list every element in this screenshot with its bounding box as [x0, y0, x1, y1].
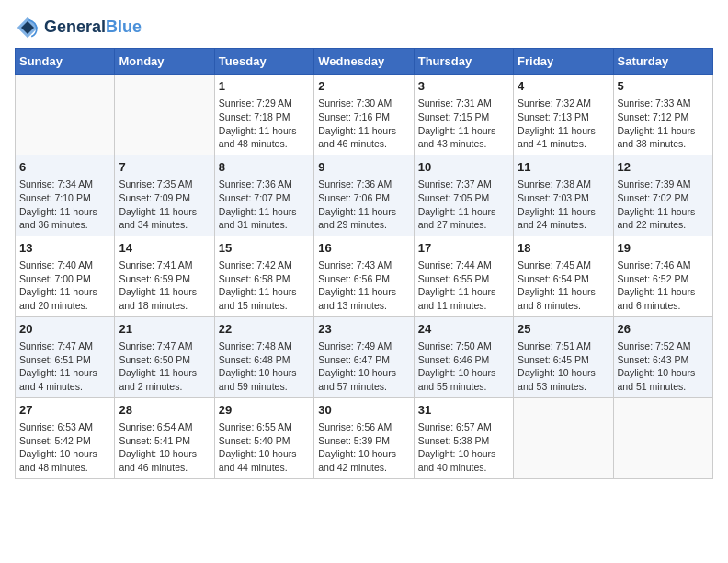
day-number: 24: [418, 321, 509, 338]
calendar-cell: 31Sunrise: 6:57 AMSunset: 5:38 PMDayligh…: [414, 397, 513, 478]
calendar-cell: 19Sunrise: 7:46 AMSunset: 6:52 PMDayligh…: [613, 236, 712, 316]
calendar-cell: 20Sunrise: 7:47 AMSunset: 6:51 PMDayligh…: [16, 316, 115, 397]
day-number: 8: [219, 159, 310, 176]
day-info: Sunset: 7:03 PM: [518, 191, 609, 205]
day-number: 12: [618, 159, 709, 176]
calendar-cell: 23Sunrise: 7:49 AMSunset: 6:47 PMDayligh…: [314, 316, 414, 397]
day-info: Daylight: 11 hours and 31 minutes.: [219, 205, 310, 232]
day-info: Daylight: 11 hours and 13 minutes.: [318, 285, 409, 312]
day-number: 15: [219, 240, 310, 257]
calendar-week-row: 1Sunrise: 7:29 AMSunset: 7:18 PMDaylight…: [16, 75, 713, 155]
day-info: Sunset: 7:18 PM: [219, 110, 310, 124]
day-number: 20: [19, 321, 110, 338]
day-number: 25: [518, 321, 609, 338]
day-number: 29: [219, 402, 310, 419]
calendar-cell: 30Sunrise: 6:56 AMSunset: 5:39 PMDayligh…: [314, 397, 414, 478]
day-number: 5: [618, 78, 709, 95]
day-info: Daylight: 11 hours and 18 minutes.: [119, 285, 210, 312]
header-friday: Friday: [514, 49, 613, 75]
day-info: Sunset: 5:39 PM: [318, 434, 409, 448]
calendar-header-row: SundayMondayTuesdayWednesdayThursdayFrid…: [16, 49, 713, 75]
day-number: 6: [19, 159, 110, 176]
day-info: Sunrise: 7:31 AM: [418, 97, 509, 110]
logo-text: GeneralBlue: [44, 18, 142, 37]
day-info: Sunset: 7:10 PM: [19, 191, 110, 205]
day-number: 1: [219, 78, 310, 95]
day-info: Sunrise: 6:54 AM: [119, 420, 210, 434]
day-info: Sunset: 6:47 PM: [318, 353, 409, 367]
calendar-cell: [16, 75, 115, 155]
day-number: 2: [318, 78, 409, 95]
day-info: Sunrise: 6:55 AM: [219, 420, 310, 434]
day-info: Sunset: 7:13 PM: [518, 110, 609, 124]
calendar-cell: 1Sunrise: 7:29 AMSunset: 7:18 PMDaylight…: [214, 75, 313, 155]
calendar-table: SundayMondayTuesdayWednesdayThursdayFrid…: [15, 48, 713, 479]
day-info: Sunset: 5:41 PM: [119, 434, 210, 448]
day-number: 4: [518, 78, 609, 95]
day-info: Daylight: 11 hours and 2 minutes.: [119, 366, 210, 393]
calendar-cell: 15Sunrise: 7:42 AMSunset: 6:58 PMDayligh…: [214, 236, 313, 316]
day-number: 11: [518, 159, 609, 176]
day-info: Daylight: 11 hours and 34 minutes.: [119, 205, 210, 232]
day-info: Sunrise: 7:34 AM: [19, 178, 110, 191]
day-number: 31: [418, 402, 509, 419]
calendar-cell: 13Sunrise: 7:40 AMSunset: 7:00 PMDayligh…: [16, 236, 115, 316]
day-number: 13: [19, 240, 110, 257]
day-info: Sunrise: 7:42 AM: [219, 259, 310, 272]
day-info: Daylight: 11 hours and 48 minutes.: [219, 124, 310, 151]
calendar-cell: 29Sunrise: 6:55 AMSunset: 5:40 PMDayligh…: [214, 397, 313, 478]
calendar-cell: 26Sunrise: 7:52 AMSunset: 6:43 PMDayligh…: [613, 316, 712, 397]
day-number: 7: [119, 159, 210, 176]
day-info: Sunrise: 7:32 AM: [518, 97, 609, 110]
calendar-cell: 10Sunrise: 7:37 AMSunset: 7:05 PMDayligh…: [414, 155, 513, 236]
day-info: Sunset: 6:50 PM: [119, 353, 210, 367]
day-info: Sunrise: 7:39 AM: [618, 178, 709, 191]
day-info: Sunrise: 7:51 AM: [518, 339, 609, 353]
day-info: Sunrise: 7:40 AM: [19, 259, 110, 272]
day-info: Daylight: 11 hours and 6 minutes.: [618, 285, 709, 312]
day-info: Sunset: 6:45 PM: [518, 353, 609, 367]
header-tuesday: Tuesday: [214, 49, 313, 75]
day-info: Daylight: 10 hours and 59 minutes.: [219, 366, 310, 393]
day-info: Sunrise: 7:38 AM: [518, 178, 609, 191]
header-monday: Monday: [115, 49, 214, 75]
day-info: Sunrise: 7:50 AM: [418, 339, 509, 353]
day-info: Sunrise: 7:47 AM: [19, 339, 110, 353]
day-info: Sunset: 7:12 PM: [618, 110, 709, 124]
day-info: Sunrise: 6:56 AM: [318, 420, 409, 434]
calendar-cell: 21Sunrise: 7:47 AMSunset: 6:50 PMDayligh…: [115, 316, 214, 397]
day-info: Daylight: 11 hours and 8 minutes.: [518, 285, 609, 312]
day-info: Sunset: 6:56 PM: [318, 272, 409, 286]
day-info: Sunrise: 7:49 AM: [318, 339, 409, 353]
day-number: 14: [119, 240, 210, 257]
day-info: Daylight: 10 hours and 51 minutes.: [618, 366, 709, 393]
header-saturday: Saturday: [613, 49, 712, 75]
logo-icon: [15, 15, 40, 40]
calendar-week-row: 27Sunrise: 6:53 AMSunset: 5:42 PMDayligh…: [16, 397, 713, 478]
day-info: Sunrise: 7:29 AM: [219, 97, 310, 110]
day-info: Sunrise: 7:47 AM: [119, 339, 210, 353]
day-info: Sunset: 7:15 PM: [418, 110, 509, 124]
day-info: Daylight: 11 hours and 27 minutes.: [418, 205, 509, 232]
calendar-cell: 12Sunrise: 7:39 AMSunset: 7:02 PMDayligh…: [613, 155, 712, 236]
day-info: Sunset: 7:07 PM: [219, 191, 310, 205]
day-info: Daylight: 10 hours and 44 minutes.: [219, 447, 310, 474]
day-info: Sunrise: 6:57 AM: [418, 420, 509, 434]
calendar-cell: 5Sunrise: 7:33 AMSunset: 7:12 PMDaylight…: [613, 75, 712, 155]
calendar-cell: 7Sunrise: 7:35 AMSunset: 7:09 PMDaylight…: [115, 155, 214, 236]
day-info: Daylight: 10 hours and 53 minutes.: [518, 366, 609, 393]
day-info: Sunset: 6:59 PM: [119, 272, 210, 286]
header-sunday: Sunday: [16, 49, 115, 75]
day-info: Daylight: 11 hours and 20 minutes.: [19, 285, 110, 312]
day-info: Daylight: 11 hours and 15 minutes.: [219, 285, 310, 312]
day-number: 19: [618, 240, 709, 257]
day-info: Daylight: 11 hours and 22 minutes.: [618, 205, 709, 232]
day-number: 17: [418, 240, 509, 257]
day-number: 27: [19, 402, 110, 419]
day-info: Sunrise: 7:30 AM: [318, 97, 409, 110]
day-info: Daylight: 10 hours and 57 minutes.: [318, 366, 409, 393]
day-info: Sunrise: 7:35 AM: [119, 178, 210, 191]
calendar-cell: 4Sunrise: 7:32 AMSunset: 7:13 PMDaylight…: [514, 75, 613, 155]
calendar-cell: 25Sunrise: 7:51 AMSunset: 6:45 PMDayligh…: [514, 316, 613, 397]
calendar-week-row: 6Sunrise: 7:34 AMSunset: 7:10 PMDaylight…: [16, 155, 713, 236]
